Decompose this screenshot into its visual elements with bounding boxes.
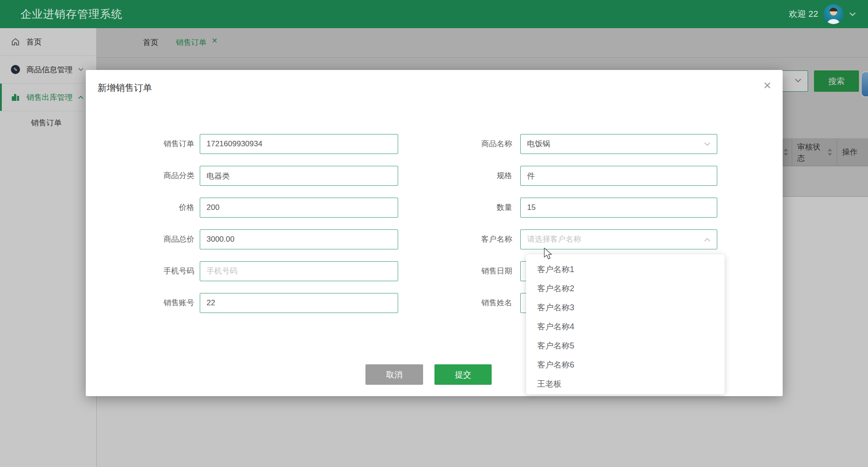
header-user-area: 欢迎 22 [789, 0, 856, 28]
field-label: 规格 [439, 166, 512, 186]
dropdown-option[interactable]: 客户名称1 [526, 260, 725, 279]
field-label: 商品名称 [439, 134, 512, 154]
welcome-text: 欢迎 22 [789, 8, 818, 20]
cancel-button[interactable]: 取消 [365, 364, 423, 385]
field-label: 销售姓名 [439, 293, 512, 313]
sales-account-input[interactable] [200, 293, 398, 313]
field-label: 销售订单 [122, 134, 194, 154]
field-label: 商品总价 [122, 229, 194, 249]
field-label: 数量 [439, 198, 512, 218]
chevron-down-icon [704, 142, 710, 146]
user-menu-chevron-icon[interactable] [849, 12, 856, 16]
dropdown-option[interactable]: 客户名称6 [526, 355, 725, 374]
dropdown-option[interactable]: 王老板 [526, 374, 725, 393]
app-title: 企业进销存管理系统 [20, 0, 123, 28]
dropdown-option[interactable]: 客户名称5 [526, 336, 725, 355]
field-label: 销售账号 [122, 293, 194, 313]
field-label: 销售日期 [439, 261, 512, 281]
product-name-select[interactable]: 电饭锅 [520, 134, 717, 154]
user-avatar[interactable] [824, 4, 843, 24]
submit-button[interactable]: 提交 [434, 364, 492, 385]
chevron-up-icon [704, 238, 710, 242]
total-price-input[interactable] [200, 229, 398, 249]
modal-title: 新增销售订单 [98, 82, 152, 94]
quantity-input[interactable] [520, 198, 717, 218]
customer-dropdown: 客户名称1 客户名称2 客户名称3 客户名称4 客户名称5 客户名称6 王老板 [526, 254, 725, 394]
field-label: 价格 [122, 198, 194, 218]
product-category-input[interactable] [200, 166, 398, 186]
app: 企业进销存管理系统 欢迎 22 首页 ✎ 商品信息管理 [0, 0, 868, 467]
dropdown-option[interactable]: 客户名称4 [526, 317, 725, 336]
sales-order-no-input[interactable] [200, 134, 398, 154]
field-label: 手机号码 [122, 261, 194, 281]
app-header: 企业进销存管理系统 欢迎 22 [0, 0, 868, 28]
field-label: 客户名称 [439, 229, 512, 249]
customer-name-select[interactable]: 请选择客户名称 [520, 229, 717, 249]
avatar-person-icon [824, 4, 843, 24]
field-label: 商品分类 [122, 166, 194, 186]
mouse-cursor-icon [543, 248, 554, 260]
price-input[interactable] [200, 198, 398, 218]
spec-input[interactable] [520, 166, 717, 186]
close-icon[interactable]: ✕ [763, 81, 771, 91]
dropdown-option[interactable]: 客户名称2 [526, 279, 725, 298]
dropdown-option[interactable]: 客户名称3 [526, 298, 725, 317]
phone-number-input[interactable] [200, 261, 398, 281]
